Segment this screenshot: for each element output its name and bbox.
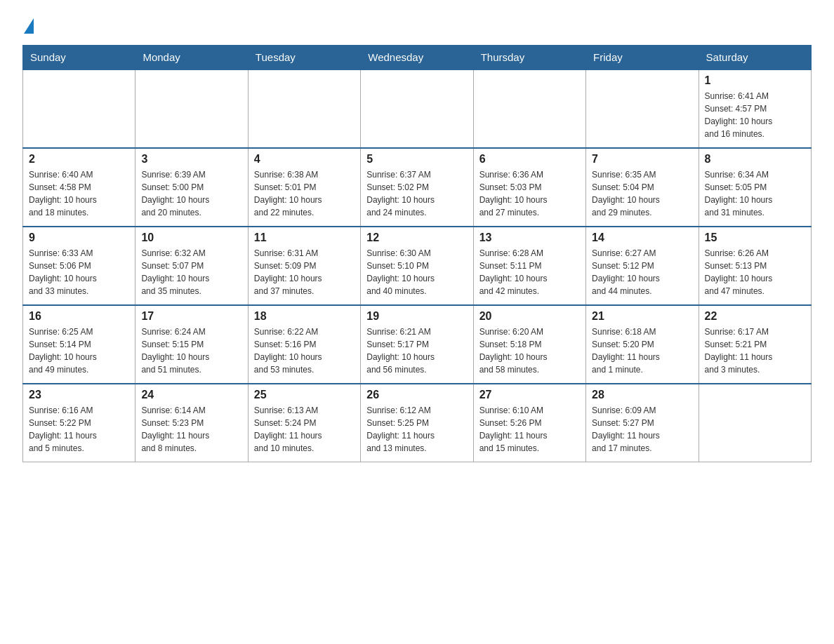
day-info: Sunrise: 6:31 AM Sunset: 5:09 PM Dayligh… [254,247,355,297]
calendar-cell [135,69,248,148]
calendar-cell: 25Sunrise: 6:13 AM Sunset: 5:24 PM Dayli… [248,384,360,462]
day-info: Sunrise: 6:13 AM Sunset: 5:24 PM Dayligh… [254,404,355,455]
day-number: 3 [141,153,241,166]
weekday-header-wednesday: Wednesday [361,46,473,70]
weekday-header-thursday: Thursday [473,46,585,70]
calendar-cell: 20Sunrise: 6:20 AM Sunset: 5:18 PM Dayli… [473,305,585,384]
calendar-cell [699,384,811,462]
calendar-cell: 16Sunrise: 6:25 AM Sunset: 5:14 PM Dayli… [23,305,135,384]
day-info: Sunrise: 6:30 AM Sunset: 5:10 PM Dayligh… [366,247,467,297]
calendar-cell: 10Sunrise: 6:32 AM Sunset: 5:07 PM Dayli… [135,227,248,305]
logo [22,17,34,34]
day-info: Sunrise: 6:36 AM Sunset: 5:03 PM Dayligh… [479,168,580,219]
day-info: Sunrise: 6:37 AM Sunset: 5:02 PM Dayligh… [366,168,467,219]
day-number: 23 [29,389,129,401]
day-info: Sunrise: 6:32 AM Sunset: 5:07 PM Dayligh… [141,247,241,297]
day-info: Sunrise: 6:09 AM Sunset: 5:27 PM Dayligh… [592,404,692,455]
day-number: 5 [366,153,467,166]
calendar-cell [473,69,585,148]
day-number: 1 [705,74,805,87]
calendar-cell: 9Sunrise: 6:33 AM Sunset: 5:06 PM Daylig… [23,227,135,305]
calendar-week-row: 1Sunrise: 6:41 AM Sunset: 4:57 PM Daylig… [23,69,812,148]
day-number: 16 [29,310,129,323]
page-header [22,17,812,34]
day-info: Sunrise: 6:38 AM Sunset: 5:01 PM Dayligh… [254,168,355,219]
day-number: 20 [479,310,580,323]
day-number: 21 [592,310,692,323]
day-info: Sunrise: 6:40 AM Sunset: 4:58 PM Dayligh… [29,168,129,219]
calendar-cell [248,69,360,148]
day-info: Sunrise: 6:27 AM Sunset: 5:12 PM Dayligh… [592,247,692,297]
calendar-cell: 19Sunrise: 6:21 AM Sunset: 5:17 PM Dayli… [361,305,473,384]
weekday-header-sunday: Sunday [23,46,135,70]
weekday-header-tuesday: Tuesday [248,46,360,70]
day-number: 2 [29,153,129,166]
calendar-cell: 24Sunrise: 6:14 AM Sunset: 5:23 PM Dayli… [135,384,248,462]
day-info: Sunrise: 6:26 AM Sunset: 5:13 PM Dayligh… [705,247,805,297]
weekday-header-friday: Friday [586,46,699,70]
day-number: 8 [705,153,805,166]
day-info: Sunrise: 6:10 AM Sunset: 5:26 PM Dayligh… [479,404,580,455]
day-info: Sunrise: 6:39 AM Sunset: 5:00 PM Dayligh… [141,168,241,219]
calendar-cell: 8Sunrise: 6:34 AM Sunset: 5:05 PM Daylig… [699,148,811,227]
calendar-cell: 23Sunrise: 6:16 AM Sunset: 5:22 PM Dayli… [23,384,135,462]
day-number: 7 [592,153,692,166]
day-number: 13 [479,232,580,244]
calendar-cell [361,69,473,148]
day-info: Sunrise: 6:35 AM Sunset: 5:04 PM Dayligh… [592,168,692,219]
calendar-cell: 21Sunrise: 6:18 AM Sunset: 5:20 PM Dayli… [586,305,699,384]
calendar-table: SundayMondayTuesdayWednesdayThursdayFrid… [22,45,812,462]
calendar-cell: 2Sunrise: 6:40 AM Sunset: 4:58 PM Daylig… [23,148,135,227]
calendar-week-row: 16Sunrise: 6:25 AM Sunset: 5:14 PM Dayli… [23,305,812,384]
day-number: 9 [29,232,129,244]
calendar-week-row: 2Sunrise: 6:40 AM Sunset: 4:58 PM Daylig… [23,148,812,227]
calendar-cell: 6Sunrise: 6:36 AM Sunset: 5:03 PM Daylig… [473,148,585,227]
day-info: Sunrise: 6:34 AM Sunset: 5:05 PM Dayligh… [705,168,805,219]
calendar-cell: 13Sunrise: 6:28 AM Sunset: 5:11 PM Dayli… [473,227,585,305]
weekday-header-row: SundayMondayTuesdayWednesdayThursdayFrid… [23,46,812,70]
calendar-cell: 28Sunrise: 6:09 AM Sunset: 5:27 PM Dayli… [586,384,699,462]
calendar-cell: 27Sunrise: 6:10 AM Sunset: 5:26 PM Dayli… [473,384,585,462]
calendar-cell: 7Sunrise: 6:35 AM Sunset: 5:04 PM Daylig… [586,148,699,227]
calendar-cell: 14Sunrise: 6:27 AM Sunset: 5:12 PM Dayli… [586,227,699,305]
day-number: 19 [366,310,467,323]
day-number: 11 [254,232,355,244]
calendar-cell: 17Sunrise: 6:24 AM Sunset: 5:15 PM Dayli… [135,305,248,384]
day-info: Sunrise: 6:28 AM Sunset: 5:11 PM Dayligh… [479,247,580,297]
calendar-cell: 4Sunrise: 6:38 AM Sunset: 5:01 PM Daylig… [248,148,360,227]
day-number: 6 [479,153,580,166]
calendar-cell: 11Sunrise: 6:31 AM Sunset: 5:09 PM Dayli… [248,227,360,305]
day-info: Sunrise: 6:33 AM Sunset: 5:06 PM Dayligh… [29,247,129,297]
day-number: 18 [254,310,355,323]
day-info: Sunrise: 6:17 AM Sunset: 5:21 PM Dayligh… [705,326,805,376]
day-info: Sunrise: 6:14 AM Sunset: 5:23 PM Dayligh… [141,404,241,455]
calendar-cell: 1Sunrise: 6:41 AM Sunset: 4:57 PM Daylig… [699,69,811,148]
calendar-cell: 15Sunrise: 6:26 AM Sunset: 5:13 PM Dayli… [699,227,811,305]
day-number: 24 [141,389,241,401]
day-number: 27 [479,389,580,401]
day-number: 12 [366,232,467,244]
day-number: 25 [254,389,355,401]
day-info: Sunrise: 6:20 AM Sunset: 5:18 PM Dayligh… [479,326,580,376]
day-number: 28 [592,389,692,401]
day-number: 22 [705,310,805,323]
day-number: 4 [254,153,355,166]
day-info: Sunrise: 6:18 AM Sunset: 5:20 PM Dayligh… [592,326,692,376]
day-number: 17 [141,310,241,323]
day-info: Sunrise: 6:22 AM Sunset: 5:16 PM Dayligh… [254,326,355,376]
weekday-header-saturday: Saturday [699,46,811,70]
day-info: Sunrise: 6:12 AM Sunset: 5:25 PM Dayligh… [366,404,467,455]
calendar-cell: 3Sunrise: 6:39 AM Sunset: 5:00 PM Daylig… [135,148,248,227]
day-info: Sunrise: 6:21 AM Sunset: 5:17 PM Dayligh… [366,326,467,376]
calendar-cell [586,69,699,148]
day-info: Sunrise: 6:16 AM Sunset: 5:22 PM Dayligh… [29,404,129,455]
calendar-week-row: 23Sunrise: 6:16 AM Sunset: 5:22 PM Dayli… [23,384,812,462]
calendar-cell: 26Sunrise: 6:12 AM Sunset: 5:25 PM Dayli… [361,384,473,462]
calendar-cell [23,69,135,148]
calendar-cell: 12Sunrise: 6:30 AM Sunset: 5:10 PM Dayli… [361,227,473,305]
day-info: Sunrise: 6:24 AM Sunset: 5:15 PM Dayligh… [141,326,241,376]
logo-triangle-icon [24,18,34,34]
day-info: Sunrise: 6:41 AM Sunset: 4:57 PM Dayligh… [705,90,805,140]
calendar-cell: 22Sunrise: 6:17 AM Sunset: 5:21 PM Dayli… [699,305,811,384]
calendar-week-row: 9Sunrise: 6:33 AM Sunset: 5:06 PM Daylig… [23,227,812,305]
